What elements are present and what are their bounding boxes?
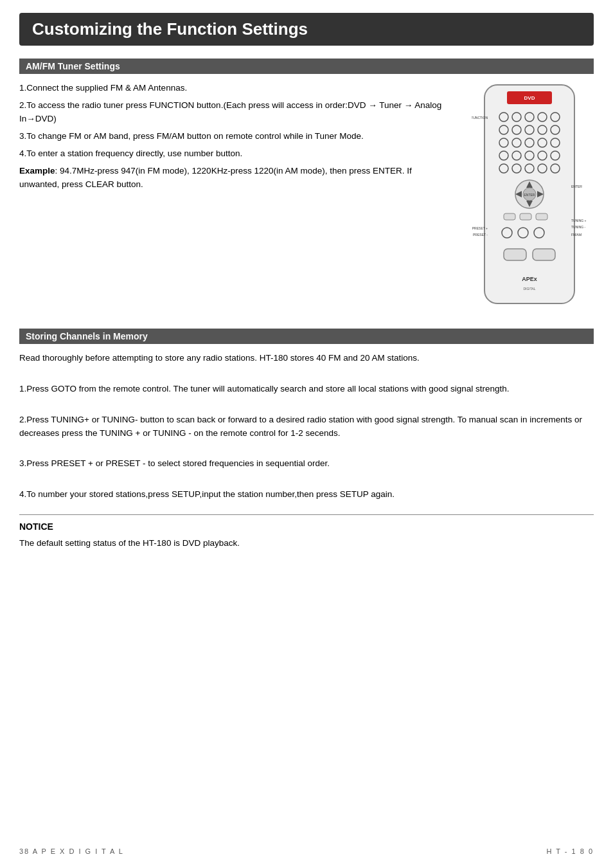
- svg-text:PRESET -: PRESET -: [473, 233, 488, 237]
- svg-rect-39: [536, 213, 547, 220]
- remote-svg: DVD: [472, 82, 587, 313]
- title-bar: Customizing the Function Settings: [19, 13, 594, 46]
- notice-text: The default setting status of the HT-180…: [19, 537, 594, 550]
- notice-divider: [19, 514, 594, 515]
- svg-text:ENTER: ENTER: [524, 193, 535, 197]
- svg-text:DVD: DVD: [524, 95, 535, 101]
- remote-image: DVD: [465, 82, 594, 313]
- storing-p4: 3.Press PRESET + or PRESET - to select s…: [19, 457, 594, 471]
- amfm-p2: 2.To access the radio tuner press FUNCTI…: [19, 99, 452, 126]
- page-title: Customizing the Function Settings: [32, 19, 581, 39]
- svg-text:ENTER: ENTER: [571, 185, 582, 188]
- svg-text:PRESET +: PRESET +: [472, 226, 488, 230]
- notice-section: NOTICE The default setting status of the…: [19, 521, 594, 550]
- svg-text:TUNING -: TUNING -: [571, 225, 586, 229]
- storing-p2: 1.Press GOTO from the remote control. Th…: [19, 383, 594, 396]
- storing-text: Read thoroughly before attempting to sto…: [19, 352, 594, 502]
- amfm-p4: 4.To enter a station frequency directly,…: [19, 147, 452, 161]
- amfm-content: 1.Connect the supplied FM & AM Antennas.…: [19, 82, 594, 313]
- footer-right: H T - 1 8 0: [546, 847, 594, 855]
- page-container: Customizing the Function Settings AM/FM …: [0, 0, 613, 868]
- svg-rect-49: [533, 249, 555, 260]
- amfm-p1: 1.Connect the supplied FM & AM Antennas.: [19, 82, 452, 95]
- storing-section-header: Storing Channels in Memory: [19, 329, 594, 344]
- storing-p3: 2.Press TUNING+ or TUNING- button to sca…: [19, 413, 594, 440]
- amfm-section-header: AM/FM Tuner Settings: [19, 59, 594, 74]
- notice-title: NOTICE: [19, 521, 594, 532]
- footer-left: 38 A P E X D I G I T A L: [19, 847, 124, 855]
- storing-p5: 4.To number your stored stations,press S…: [19, 488, 594, 502]
- svg-text:DIGITAL: DIGITAL: [523, 287, 535, 291]
- storing-p1: Read thoroughly before attempting to sto…: [19, 352, 594, 365]
- svg-rect-37: [504, 213, 515, 220]
- svg-text:FM/AM: FM/AM: [571, 233, 582, 237]
- svg-text:TUNING +: TUNING +: [571, 219, 587, 222]
- svg-rect-48: [504, 249, 526, 260]
- amfm-p3: 3.To change FM or AM band, press FM/AM b…: [19, 130, 452, 143]
- svg-text:APEx: APEx: [522, 276, 537, 282]
- storing-section: Storing Channels in Memory Read thorough…: [19, 329, 594, 502]
- amfm-p5: Example: 94.7MHz-press 947(in FM mode), …: [19, 165, 452, 192]
- footer: 38 A P E X D I G I T A L H T - 1 8 0: [19, 847, 594, 855]
- svg-rect-38: [520, 213, 531, 220]
- amfm-text: 1.Connect the supplied FM & AM Antennas.…: [19, 82, 452, 313]
- svg-text:FUNCTION: FUNCTION: [472, 116, 488, 120]
